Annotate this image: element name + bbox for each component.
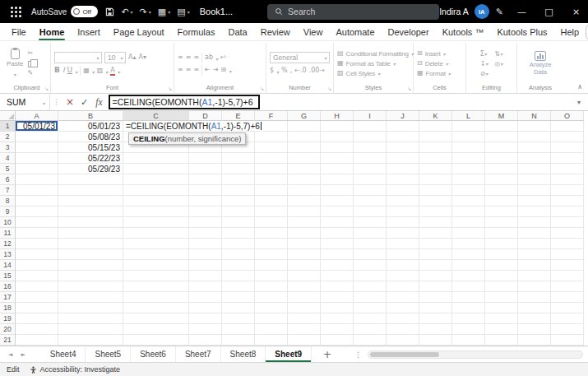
styles-dialog-launcher[interactable]: ↘ [407, 86, 411, 91]
cell-a4[interactable] [16, 153, 58, 164]
expand-formula-bar-icon[interactable]: ▾ [577, 99, 588, 106]
cell-h5[interactable] [321, 164, 354, 174]
cell-c21[interactable] [123, 335, 189, 346]
cell-h21[interactable] [321, 335, 354, 346]
cell-a20[interactable] [16, 324, 58, 335]
cell-h3[interactable] [321, 142, 354, 153]
cell-i16[interactable] [354, 281, 387, 292]
cell-l19[interactable] [452, 313, 485, 324]
cell-h4[interactable] [321, 153, 354, 164]
row-header-21[interactable]: 21 [0, 335, 16, 346]
cell-styles-button[interactable]: ▧ Cell Styles [337, 70, 410, 77]
cell-b7[interactable] [58, 185, 123, 196]
cell-e21[interactable] [222, 335, 255, 346]
sheet-options-icon[interactable]: ⋮ [354, 350, 362, 359]
cancel-entry-button[interactable]: × [63, 96, 77, 108]
name-box[interactable]: SUM [0, 94, 49, 110]
minimize-button[interactable]: — [510, 0, 534, 23]
clear-button[interactable]: ⊘ [480, 70, 488, 77]
cell-j7[interactable] [387, 185, 419, 196]
row-header-4[interactable]: 4 [0, 153, 16, 164]
cell-o18[interactable] [551, 303, 584, 313]
cell-d18[interactable] [189, 303, 222, 313]
cell-a11[interactable] [16, 228, 58, 239]
column-header-d[interactable]: D [189, 111, 222, 121]
cell-o10[interactable] [551, 217, 584, 228]
cell-m4[interactable] [485, 153, 518, 164]
scrollbar-thumb[interactable] [370, 352, 439, 357]
cell-b9[interactable] [58, 207, 123, 217]
select-all-button[interactable] [0, 111, 16, 121]
cell-c11[interactable] [123, 228, 189, 239]
next-sheet-icon[interactable]: ► [16, 351, 29, 358]
cell-o7[interactable] [551, 185, 584, 196]
cell-h10[interactable] [321, 217, 354, 228]
cell-f15[interactable] [255, 271, 288, 281]
cell-h1[interactable] [321, 121, 354, 132]
cell-n16[interactable] [518, 281, 551, 292]
align-right-icon[interactable]: ≡ [193, 67, 199, 73]
cell-d21[interactable] [189, 335, 222, 346]
confirm-entry-button[interactable]: ✓ [77, 97, 91, 108]
cell-j13[interactable] [387, 249, 419, 260]
row-header-13[interactable]: 13 [0, 249, 16, 260]
row-header-12[interactable]: 12 [0, 239, 16, 249]
cell-h8[interactable] [321, 196, 354, 207]
cell-g12[interactable] [288, 239, 321, 249]
cell-k18[interactable] [419, 303, 452, 313]
font-size-combo[interactable]: 10 [104, 52, 126, 63]
cell-g10[interactable] [288, 217, 321, 228]
cell-h15[interactable] [321, 271, 354, 281]
cell-g18[interactable] [288, 303, 321, 313]
cell-g17[interactable] [288, 292, 321, 303]
cell-c15[interactable] [123, 271, 189, 281]
cell-m14[interactable] [485, 260, 518, 271]
cell-b2[interactable]: 05/08/23 [58, 132, 123, 142]
cell-j6[interactable] [387, 174, 419, 185]
cell-a2[interactable] [16, 132, 58, 142]
ribbon-tab-formulas[interactable]: Formulas [171, 23, 222, 40]
cell-i7[interactable] [354, 185, 387, 196]
find-select-button[interactable]: ◎ [494, 60, 502, 67]
accounting-dropdown-icon[interactable] [276, 66, 279, 76]
cell-n21[interactable] [518, 335, 551, 346]
cell-d15[interactable] [189, 271, 222, 281]
cell-c13[interactable] [123, 249, 189, 260]
cell-g4[interactable] [288, 153, 321, 164]
cell-m20[interactable] [485, 324, 518, 335]
cell-g13[interactable] [288, 249, 321, 260]
autosave-control[interactable]: AutoSave Off [31, 6, 98, 17]
cell-m8[interactable] [485, 196, 518, 207]
accessibility-checker[interactable]: Accessibility: Investigate [30, 365, 121, 374]
cell-f11[interactable] [255, 228, 288, 239]
sheet-tab-sheet7[interactable]: Sheet7 [176, 346, 221, 362]
bold-button[interactable]: B [54, 67, 60, 74]
cell-a6[interactable] [16, 174, 58, 185]
cell-c19[interactable] [123, 313, 189, 324]
sheet-tab-sheet8[interactable]: Sheet8 [221, 346, 266, 362]
decrease-indent-icon[interactable]: ⇤ [205, 67, 211, 73]
font-name-dropdown-icon[interactable] [96, 53, 99, 62]
paste-dropdown-icon[interactable] [14, 68, 16, 78]
cell-m19[interactable] [485, 313, 518, 324]
document-title[interactable]: Book1... [200, 7, 233, 16]
column-header-b[interactable]: B [58, 111, 123, 121]
cell-g20[interactable] [288, 324, 321, 335]
align-center-icon[interactable]: ≡ [186, 67, 192, 73]
editing-mode-button[interactable]: ✎ [493, 5, 507, 19]
cell-m11[interactable] [485, 228, 518, 239]
cell-h12[interactable] [321, 239, 354, 249]
cell-i1[interactable] [354, 121, 387, 132]
cell-b3[interactable]: 05/15/23 [58, 142, 123, 153]
cell-h17[interactable] [321, 292, 354, 303]
cell-g3[interactable] [288, 142, 321, 153]
cell-a9[interactable] [16, 207, 58, 217]
cell-n20[interactable] [518, 324, 551, 335]
cell-o20[interactable] [551, 324, 584, 335]
cell-m12[interactable] [485, 239, 518, 249]
cell-b15[interactable] [58, 271, 123, 281]
cell-j2[interactable] [387, 132, 419, 142]
cell-g9[interactable] [288, 207, 321, 217]
cell-b10[interactable] [58, 217, 123, 228]
cell-e19[interactable] [222, 313, 255, 324]
